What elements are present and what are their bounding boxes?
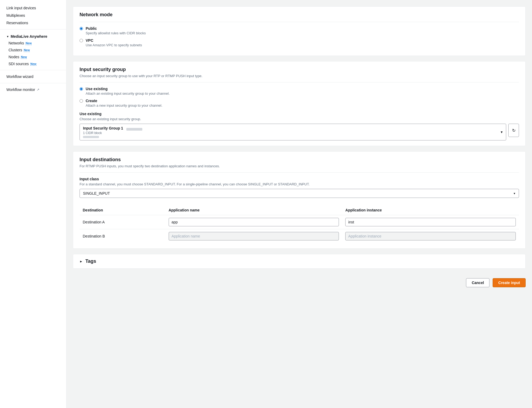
section-label: MediaLive Anywhere — [11, 34, 47, 39]
input-security-group-section: Input security group Choose an input sec… — [73, 61, 526, 146]
sidebar-item-networks[interactable]: Networks New — [0, 40, 66, 47]
use-existing-field-desc: Choose an existing input security group. — [80, 117, 519, 121]
col-app-instance: Application instance — [342, 205, 519, 215]
tags-section[interactable]: ► Tags — [73, 254, 526, 269]
tags-title: Tags — [85, 259, 96, 264]
destination-a-app-instance-input[interactable] — [345, 218, 516, 226]
radio-use-existing-label: Use existing — [86, 87, 170, 91]
sidebar-item-label: Link input devices — [6, 6, 36, 10]
main-content: Network mode Public Specify allowlist ru… — [66, 0, 532, 408]
isg-select-inner: Input Security Group 1 1 CIDR block ▼ — [80, 124, 506, 140]
radio-option-create: Create Attach a new input security group… — [80, 99, 519, 107]
isg-select-value: Input Security Group 1 — [83, 126, 123, 130]
sidebar-item-clusters[interactable]: Clusters New — [0, 47, 66, 53]
sidebar-item-label: Workflow monitor — [6, 88, 35, 92]
input-destinations-title: Input destinations — [80, 157, 519, 163]
col-destination: Destination — [80, 205, 165, 215]
radio-vpc-desc: Use Amazon VPC to specify subnets — [86, 43, 142, 47]
sidebar-item-label: Nodes — [9, 55, 19, 59]
radio-use-existing-desc: Attach an existing input security group … — [86, 91, 170, 95]
sidebar-item-label: Reservations — [6, 21, 28, 25]
destination-a-app-name-input[interactable] — [169, 218, 339, 226]
section-divider-id — [80, 172, 519, 173]
radio-vpc[interactable] — [80, 39, 83, 42]
new-badge: New — [30, 62, 36, 66]
footer-bar: Cancel Create input — [73, 274, 526, 289]
radio-vpc-label: VPC — [86, 38, 142, 43]
section-divider — [80, 22, 519, 22]
input-security-group-subtitle: Choose an input security group to use wi… — [80, 74, 519, 78]
input-class-label: Input class — [80, 177, 519, 181]
section-divider-isg — [80, 82, 519, 82]
radio-create-content: Create Attach a new input security group… — [86, 99, 162, 107]
sidebar-section-medialive-anywhere[interactable]: ▼ MediaLive Anywhere — [0, 32, 66, 40]
destination-b-label: Destination B — [83, 234, 105, 238]
external-link-icon: ↗ — [37, 88, 39, 91]
sidebar-item-label: SDI sources — [9, 62, 29, 66]
new-badge: New — [24, 48, 30, 52]
input-security-group-title: Input security group — [80, 67, 519, 72]
input-destinations-subtitle: For RTMP PUSH inputs, you must specify t… — [80, 164, 519, 168]
sidebar-item-workflow-wizard[interactable]: Workflow wizard — [0, 73, 66, 80]
sidebar-item-multiplexes[interactable]: Multiplexes — [0, 12, 66, 19]
use-existing-field-label: Use existing — [80, 112, 519, 116]
new-badge: New — [21, 55, 27, 59]
input-destinations-section: Input destinations For RTMP PUSH inputs,… — [73, 151, 526, 249]
network-mode-title: Network mode — [80, 12, 519, 18]
table-row: Destination A — [80, 215, 519, 229]
sidebar-item-sdi-sources[interactable]: SDI sources New — [0, 60, 66, 67]
create-input-button[interactable]: Create input — [493, 278, 526, 287]
destination-a-label: Destination A — [83, 220, 105, 224]
radio-public[interactable] — [80, 27, 83, 30]
radio-create-label: Create — [86, 99, 162, 103]
input-class-desc: For a standard channel, you must choose … — [80, 182, 519, 186]
blurred-bar — [126, 128, 142, 131]
radio-vpc-content: VPC Use Amazon VPC to specify subnets — [86, 38, 142, 47]
sidebar-item-workflow-monitor[interactable]: Workflow monitor ↗ — [0, 86, 66, 93]
isg-select-sub: 1 CIDR block — [83, 131, 497, 135]
col-app-name: Application name — [165, 205, 342, 215]
sidebar-item-label: Workflow wizard — [6, 74, 34, 79]
chevron-right-icon: ► — [80, 260, 83, 263]
network-mode-section: Network mode Public Specify allowlist ru… — [73, 6, 526, 56]
destination-b-app-instance-input[interactable] — [345, 232, 516, 240]
sidebar-item-nodes[interactable]: Nodes New — [0, 53, 66, 60]
blurred-bar-2 — [83, 136, 99, 138]
input-class-select-wrapper: SINGLE_INPUT STANDARD_INPUT — [80, 189, 519, 198]
sidebar: Link input devices Multiplexes Reservati… — [0, 0, 66, 408]
radio-option-public: Public Specify allowlist rules with CIDR… — [80, 26, 519, 35]
radio-option-vpc: VPC Use Amazon VPC to specify subnets — [80, 38, 519, 47]
destination-b-app-name-input[interactable] — [169, 232, 339, 240]
sidebar-divider-3 — [0, 83, 66, 83]
destinations-table: Destination Application name Application… — [80, 205, 519, 243]
radio-create-desc: Attach a new input security group to you… — [86, 103, 162, 107]
chevron-down-icon: ▼ — [6, 35, 9, 38]
radio-public-desc: Specify allowlist rules with CIDR blocks — [86, 31, 146, 35]
sidebar-divider — [0, 29, 66, 30]
isg-dropdown-row: Input Security Group 1 1 CIDR block ▼ ↻ — [80, 124, 519, 140]
radio-use-existing[interactable] — [80, 87, 83, 91]
cancel-button[interactable]: Cancel — [466, 278, 489, 287]
refresh-icon: ↻ — [512, 128, 516, 133]
sidebar-item-reservations[interactable]: Reservations — [0, 19, 66, 27]
chevron-down-icon: ▼ — [500, 130, 503, 134]
sidebar-item-label: Multiplexes — [6, 13, 25, 18]
use-existing-container: Use existing Choose an existing input se… — [80, 112, 519, 140]
new-badge: New — [26, 41, 32, 45]
isg-select-box[interactable]: Input Security Group 1 1 CIDR block ▼ — [80, 124, 506, 140]
sidebar-item-link-input-devices[interactable]: Link input devices — [0, 4, 66, 12]
isg-select-container: Input Security Group 1 1 CIDR block ▼ — [80, 124, 506, 140]
table-row: Destination B — [80, 229, 519, 243]
radio-create[interactable] — [80, 99, 83, 103]
sidebar-item-label: Networks — [9, 41, 24, 45]
sidebar-divider-2 — [0, 70, 66, 70]
radio-use-existing-content: Use existing Attach an existing input se… — [86, 87, 170, 95]
radio-public-content: Public Specify allowlist rules with CIDR… — [86, 26, 146, 35]
radio-public-label: Public — [86, 26, 146, 31]
refresh-button[interactable]: ↻ — [508, 124, 519, 137]
sidebar-item-label: Clusters — [9, 48, 22, 52]
input-class-select[interactable]: SINGLE_INPUT STANDARD_INPUT — [80, 189, 519, 198]
radio-option-use-existing: Use existing Attach an existing input se… — [80, 87, 519, 95]
